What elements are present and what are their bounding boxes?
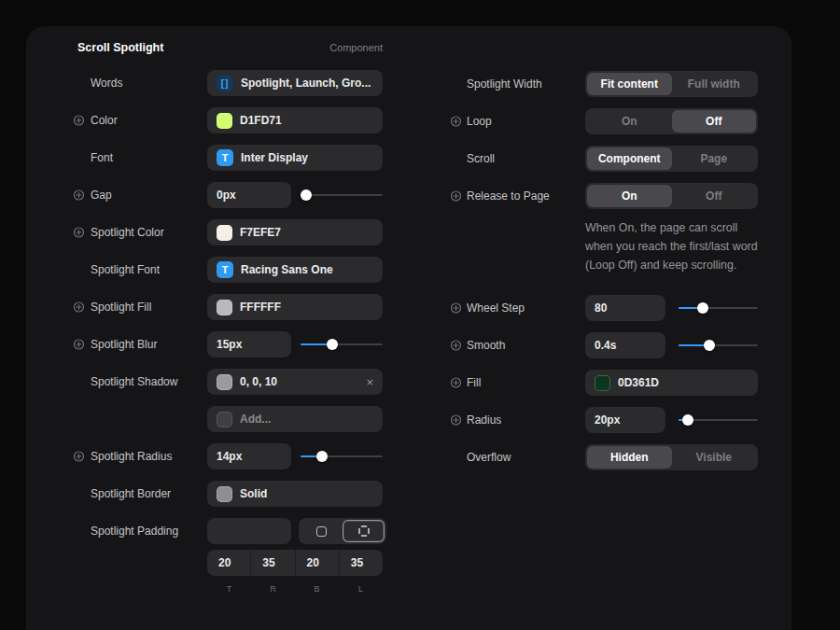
scroll-option-page[interactable]: Page (672, 147, 757, 170)
scroll-toggle: Component Page (585, 146, 758, 172)
slider-knob[interactable] (704, 340, 715, 351)
color-label: Color (91, 114, 118, 127)
reset-icon[interactable] (73, 189, 85, 202)
row-gap: Gap 0px (77, 176, 383, 214)
spotlight-radius-slider[interactable] (301, 451, 383, 463)
padding-top-value: 20 (218, 556, 231, 569)
per-side-padding-button[interactable] (343, 520, 385, 542)
reset-icon[interactable] (73, 115, 85, 127)
spotlight-width-option-full[interactable]: Full width (672, 73, 757, 95)
row-spotlight-fill: Spotlight Fill FFFFFF (77, 288, 383, 326)
gap-label: Gap (91, 189, 112, 202)
border-style-value: Solid (240, 487, 267, 500)
row-smooth: Smooth 0.4s (455, 327, 758, 364)
slider-knob[interactable] (697, 302, 708, 314)
radius-input[interactable]: 20px (585, 407, 665, 433)
words-input[interactable]: [] Spotlight, Launch, Gro... (207, 70, 383, 96)
reset-icon[interactable] (73, 301, 85, 314)
spotlight-blur-slider[interactable] (301, 339, 383, 351)
spotlight-font-input[interactable]: T Racing Sans One (207, 257, 383, 283)
add-shadow-swatch (217, 412, 232, 427)
row-color: Color D1FD71 (77, 102, 383, 139)
spotlight-padding-input[interactable] (207, 518, 291, 544)
spotlight-fill-value: FFFFFF (240, 301, 281, 314)
spotlight-color-input[interactable]: F7EFE7 (207, 219, 383, 245)
reset-icon[interactable] (73, 451, 85, 463)
row-spotlight-blur: Spotlight Blur 15px (77, 326, 383, 363)
gap-slider[interactable] (301, 189, 383, 202)
wheel-step-input[interactable]: 80 (585, 295, 665, 321)
color-input[interactable]: D1FD71 (207, 107, 383, 133)
padding-top-input[interactable]: 20 (207, 550, 250, 576)
padding-right-input[interactable]: 35 (250, 550, 294, 576)
slider-knob[interactable] (682, 414, 693, 426)
smooth-value: 0.4s (595, 339, 616, 352)
spotlight-blur-label: Spotlight Blur (91, 338, 157, 351)
spotlight-radius-input[interactable]: 14px (207, 443, 291, 469)
spotlight-shadow-input[interactable]: 0, 0, 10 × (207, 369, 383, 395)
add-shadow-button[interactable]: Add... (207, 406, 383, 432)
reset-icon[interactable] (450, 377, 462, 389)
spotlight-blur-input[interactable]: 15px (207, 331, 291, 357)
release-option-on[interactable]: On (587, 185, 672, 207)
per-side-padding-icon (358, 525, 370, 537)
font-value: Inter Display (241, 151, 308, 164)
padding-left-input[interactable]: 35 (339, 550, 383, 576)
release-to-page-toggle: On Off (585, 183, 758, 209)
overflow-option-visible[interactable]: Visible (672, 446, 757, 469)
slider-knob[interactable] (316, 451, 328, 462)
overflow-label: Overflow (455, 451, 585, 464)
spotlight-fill-swatch[interactable] (217, 300, 232, 315)
right-column: Spotlight Width Fit content Full width L… (455, 65, 758, 476)
row-spotlight-color: Spotlight Color F7EFE7 (77, 214, 383, 251)
reset-icon[interactable] (450, 414, 462, 427)
reset-icon[interactable] (450, 116, 462, 128)
reset-icon[interactable] (450, 190, 462, 203)
words-label: Words (77, 77, 207, 90)
release-option-off[interactable]: Off (672, 185, 757, 207)
spotlight-width-toggle: Fit content Full width (585, 71, 758, 97)
overflow-option-hidden[interactable]: Hidden (587, 446, 672, 469)
row-spotlight-shadow: Spotlight Shadow 0, 0, 10 × (77, 363, 383, 400)
row-fill: Fill 0D361D (455, 364, 758, 401)
slider-knob[interactable] (327, 339, 338, 350)
spotlight-fill-input[interactable]: FFFFFF (207, 294, 383, 320)
shadow-swatch[interactable] (217, 374, 232, 390)
remove-shadow-icon[interactable]: × (360, 376, 373, 388)
wheel-step-label: Wheel Step (467, 301, 525, 315)
smooth-slider[interactable] (679, 340, 758, 352)
spotlight-width-option-fit[interactable]: Fit content (587, 73, 672, 95)
border-color-swatch[interactable] (217, 486, 232, 502)
row-spotlight-border: Spotlight Border Solid (77, 475, 383, 512)
uniform-padding-button[interactable] (301, 520, 343, 542)
spotlight-color-swatch[interactable] (217, 225, 232, 241)
radius-label: Radius (467, 413, 501, 427)
uniform-padding-icon (316, 526, 327, 537)
color-swatch[interactable] (217, 113, 232, 129)
font-input[interactable]: T Inter Display (207, 145, 383, 171)
row-wheel-step: Wheel Step 80 (455, 289, 758, 327)
gap-value: 0px (217, 189, 236, 202)
smooth-input[interactable]: 0.4s (585, 332, 665, 358)
reset-icon[interactable] (450, 302, 462, 315)
typography-icon: T (217, 149, 233, 166)
scroll-label: Scroll (455, 152, 585, 165)
loop-option-on[interactable]: On (587, 110, 672, 133)
reset-icon[interactable] (73, 227, 85, 239)
fill-input[interactable]: 0D361D (585, 370, 758, 396)
wheel-step-slider[interactable] (679, 302, 758, 315)
fill-swatch[interactable] (595, 375, 610, 391)
spotlight-border-input[interactable]: Solid (207, 481, 383, 507)
row-scroll: Scroll Component Page (455, 140, 758, 177)
row-spotlight-font: Spotlight Font T Racing Sans One (77, 251, 383, 288)
reset-icon[interactable] (450, 340, 462, 352)
loop-option-off[interactable]: Off (672, 110, 757, 133)
slider-track[interactable] (301, 194, 383, 196)
radius-slider[interactable] (679, 414, 758, 427)
padding-bottom-input[interactable]: 20 (295, 550, 339, 576)
slider-knob[interactable] (301, 189, 312, 201)
gap-input[interactable]: 0px (207, 182, 291, 208)
loop-label: Loop (467, 115, 492, 128)
reset-icon[interactable] (73, 339, 85, 351)
scroll-option-component[interactable]: Component (587, 147, 672, 170)
